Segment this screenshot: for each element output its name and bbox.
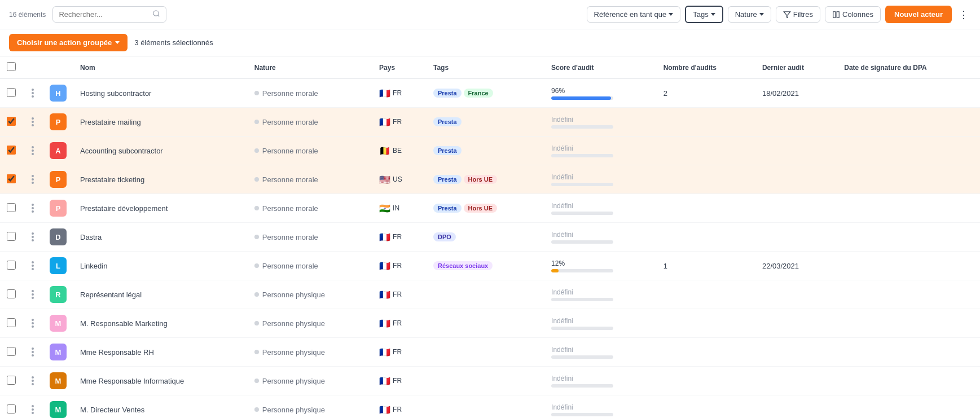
row-name[interactable]: M. Responsable Marketing — [73, 309, 248, 338]
row-avatar-cell: L — [43, 252, 73, 280]
tag-badge[interactable]: Hors UE — [464, 204, 497, 213]
score-indefini: Indéfini — [551, 173, 613, 181]
country-flag: 🇮🇳 — [379, 203, 390, 214]
row-checkbox[interactable] — [7, 174, 16, 183]
tag-badge[interactable]: Hors UE — [464, 175, 497, 184]
row-menu-cell — [23, 280, 43, 309]
row-menu-button[interactable] — [29, 318, 36, 329]
search-input[interactable] — [59, 10, 149, 19]
search-icon — [152, 10, 160, 19]
filters-btn[interactable]: Filtres — [776, 6, 820, 23]
row-name[interactable]: Prestataire développement — [73, 194, 248, 223]
nature-filter-btn[interactable]: Nature — [728, 6, 771, 23]
country-code: US — [393, 175, 402, 183]
row-last-audit — [755, 280, 837, 309]
row-avatar-cell: M — [43, 309, 73, 338]
row-name[interactable]: Prestataire mailing — [73, 108, 248, 137]
row-tags — [427, 338, 544, 367]
row-name[interactable]: Accounting subcontractor — [73, 137, 248, 165]
row-audit-count — [657, 280, 755, 309]
row-name[interactable]: Représentant légal — [73, 280, 248, 309]
row-checkbox-cell — [0, 395, 23, 419]
row-avatar-cell: M — [43, 395, 73, 419]
row-checkbox[interactable] — [7, 203, 16, 212]
table-row: AAccounting subcontractorPersonne morale… — [0, 137, 980, 165]
row-tags: Presta — [427, 137, 544, 165]
row-name[interactable]: Hosting subcontractor — [73, 79, 248, 108]
header-pays: Pays — [372, 56, 427, 79]
select-all-checkbox[interactable] — [7, 62, 16, 71]
row-tags — [427, 280, 544, 309]
row-name[interactable]: Dastra — [73, 223, 248, 252]
row-nature: Personne morale — [248, 252, 372, 280]
row-checkbox[interactable] — [7, 146, 16, 155]
row-checkbox[interactable] — [7, 404, 16, 413]
columns-btn[interactable]: Colonnes — [825, 6, 881, 23]
row-avatar-cell: P — [43, 108, 73, 137]
row-country: 🇫🇷FR — [372, 309, 427, 338]
country-flag: 🇫🇷 — [379, 347, 390, 358]
columns-label: Colonnes — [842, 10, 873, 19]
row-menu-cell — [23, 309, 43, 338]
row-menu-cell — [23, 165, 43, 194]
row-score: Indéfini — [544, 367, 657, 395]
tag-badge[interactable]: Presta — [433, 146, 462, 155]
tags-filter-btn[interactable]: Tags — [685, 6, 723, 23]
tag-badge[interactable]: Réseaux sociaux — [433, 261, 493, 270]
row-nature: Personne physique — [248, 280, 372, 309]
row-checkbox-cell — [0, 223, 23, 252]
row-last-audit — [755, 223, 837, 252]
more-options-button[interactable]: ⋮ — [956, 6, 971, 23]
tag-badge[interactable]: Presta — [433, 89, 462, 98]
row-score: Indéfini — [544, 165, 657, 194]
group-action-button[interactable]: Choisir une action groupée — [9, 34, 128, 51]
tag-badge[interactable]: France — [464, 89, 493, 98]
tag-badge[interactable]: Presta — [433, 117, 462, 126]
tag-badge[interactable]: DPO — [433, 232, 456, 241]
row-menu-cell — [23, 338, 43, 367]
row-menu-button[interactable] — [29, 231, 36, 243]
row-menu-button[interactable] — [29, 145, 36, 156]
row-checkbox[interactable] — [7, 376, 16, 385]
score-label: 12% — [551, 259, 613, 267]
row-checkbox[interactable] — [7, 347, 16, 356]
row-name[interactable]: Prestataire ticketing — [73, 165, 248, 194]
actors-table: Nom Nature Pays Tags Score d'audit Nombr… — [0, 56, 980, 418]
row-menu-button[interactable] — [29, 116, 36, 127]
row-nature: Personne physique — [248, 309, 372, 338]
row-checkbox[interactable] — [7, 289, 16, 298]
svg-point-0 — [153, 11, 159, 16]
row-dpa-date — [837, 79, 980, 108]
row-checkbox[interactable] — [7, 261, 16, 270]
row-score: Indéfini — [544, 309, 657, 338]
row-menu-button[interactable] — [29, 346, 36, 358]
row-dpa-date — [837, 165, 980, 194]
row-checkbox[interactable] — [7, 88, 16, 97]
row-menu-button[interactable] — [29, 174, 36, 185]
row-dpa-date — [837, 338, 980, 367]
score-indefini: Indéfini — [551, 375, 613, 382]
row-name[interactable]: Linkedin — [73, 252, 248, 280]
search-box — [52, 6, 166, 23]
row-nature: Personne morale — [248, 137, 372, 165]
row-menu-button[interactable] — [29, 203, 36, 214]
avatar: M — [50, 401, 67, 418]
row-checkbox[interactable] — [7, 318, 16, 327]
row-checkbox[interactable] — [7, 232, 16, 241]
new-actor-button[interactable]: Nouvel acteur — [885, 6, 952, 23]
row-nature: Personne morale — [248, 79, 372, 108]
row-menu-button[interactable] — [29, 404, 36, 415]
row-audit-count — [657, 367, 755, 395]
row-name[interactable]: Mme Responsable RH — [73, 338, 248, 367]
row-menu-button[interactable] — [29, 375, 36, 386]
row-menu-button[interactable] — [29, 260, 36, 271]
row-menu-button[interactable] — [29, 289, 36, 300]
row-checkbox[interactable] — [7, 117, 16, 126]
referenced-filter-btn[interactable]: Référencé en tant que — [587, 6, 681, 23]
row-menu-button[interactable] — [29, 87, 36, 99]
row-name[interactable]: Mme Responsable Informatique — [73, 367, 248, 395]
tag-badge[interactable]: Presta — [433, 175, 462, 184]
tag-badge[interactable]: Presta — [433, 204, 462, 213]
row-nature: Personne morale — [248, 108, 372, 137]
row-name[interactable]: M. Directeur Ventes — [73, 395, 248, 419]
